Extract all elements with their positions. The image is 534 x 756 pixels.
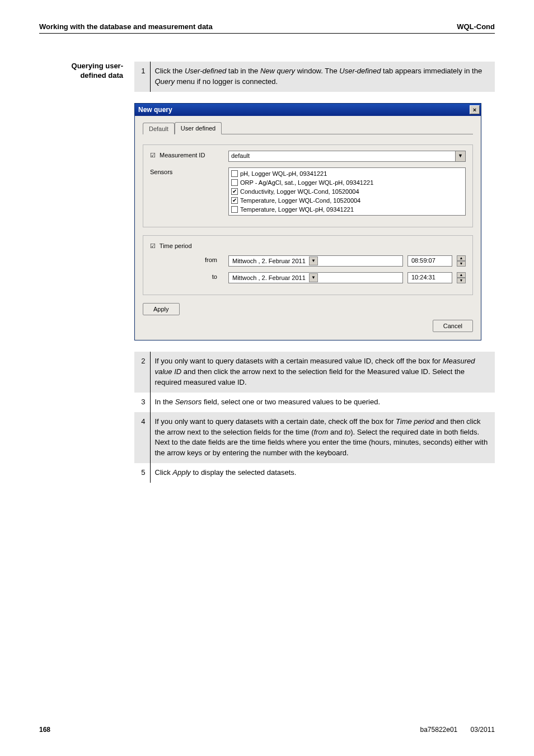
step-3-number: 3 — [134, 393, 150, 412]
t: Query — [155, 77, 175, 86]
step-5-text: Click Apply to display the selected data… — [150, 463, 495, 483]
t: pH, Logger WQL-pH, 09341221 — [240, 169, 327, 178]
measurement-group: ☑ Measurement ID default ▼ Sensors — [143, 144, 473, 227]
list-item[interactable]: ORP - Ag/AgCl, sat., Logger WQL-pH, 0934… — [231, 178, 463, 187]
page-number: 168 — [39, 726, 50, 734]
arrow-up-icon[interactable]: ▲ — [457, 272, 466, 278]
t: User-defined — [339, 67, 381, 75]
side-heading: Querying user- defined data — [39, 62, 123, 494]
sensors-label: Sensors — [150, 167, 228, 175]
t: Mittwoch , 2. Februar 2011 — [232, 274, 306, 281]
to-date-field[interactable]: Mittwoch , 2. Februar 2011 ▼ — [228, 272, 403, 283]
tab-default[interactable]: Default — [143, 123, 175, 134]
step-1-block: 1 Click the User-defined tab in the New … — [134, 62, 495, 92]
checkbox-icon[interactable] — [231, 179, 238, 186]
t: Measurement ID — [160, 152, 205, 158]
dialog-title: New query — [138, 106, 172, 114]
steps-2-5: 2 If you only want to query datasets wit… — [134, 352, 495, 483]
doc-date: 03/2011 — [471, 726, 495, 734]
tabstrip: Default User defined — [143, 122, 473, 134]
t: and — [328, 428, 344, 436]
timeperiod-group: ☑ Time period from Mittwoch , 2. Februar… — [143, 235, 473, 296]
t: Click the — [155, 67, 185, 75]
arrow-down-icon[interactable]: ▼ — [457, 278, 466, 283]
apply-row: Apply — [143, 303, 473, 315]
tab-user-defined[interactable]: User defined — [175, 122, 222, 134]
list-item[interactable]: Temperature, Logger WQL-pH, 09341221 — [231, 205, 463, 214]
running-header: Working with the database and measuremen… — [39, 22, 495, 34]
measurement-id-checkbox[interactable]: ☑ — [150, 152, 156, 158]
from-time-spinner[interactable]: ▲▼ — [457, 255, 466, 267]
new-query-dialog: New query × Default User defined ☑ Measu… — [134, 103, 481, 341]
dialog-titlebar: New query × — [135, 104, 481, 116]
from-label: from — [150, 255, 228, 263]
checkbox-icon[interactable]: ✔ — [231, 197, 238, 204]
t: field, select one or two measured values… — [202, 398, 380, 406]
step-2-number: 2 — [134, 352, 150, 393]
doc-id: ba75822e01 — [420, 726, 458, 734]
list-item[interactable]: pH, Logger WQL-pH, 09341221 — [231, 169, 463, 178]
side-heading-l1: Querying user- — [72, 62, 123, 70]
t: Temperature, Logger WQL-Cond, 10520004 — [240, 196, 360, 205]
t: Mittwoch , 2. Februar 2011 — [232, 258, 306, 264]
measurement-id-combo[interactable]: default ▼ — [228, 151, 466, 162]
step-3-text: In the Sensors field, select one or two … — [150, 393, 495, 412]
t: User-defined — [185, 67, 226, 75]
t: New query — [260, 67, 295, 75]
step-5-number: 5 — [134, 463, 150, 483]
to-time-spinner[interactable]: ▲▼ — [457, 272, 466, 283]
t: tab in the — [226, 67, 260, 75]
t: Apply — [172, 468, 191, 477]
header-left: Working with the database and measuremen… — [39, 22, 213, 31]
chevron-down-icon[interactable]: ▼ — [456, 151, 466, 162]
list-item[interactable]: ✔Conductivity, Logger WQL-Cond, 10520004 — [231, 187, 463, 196]
timeperiod-checkbox[interactable]: ☑ — [150, 242, 156, 249]
t: menu if no logger is connected. — [175, 77, 278, 86]
t: to display the selected datasets. — [191, 468, 297, 477]
list-item[interactable]: ✔Temperature, Logger WQL-Cond, 10520004 — [231, 196, 463, 205]
t: ORP - Ag/AgCl, sat., Logger WQL-pH, 0934… — [240, 178, 373, 187]
sensors-list[interactable]: pH, Logger WQL-pH, 09341221 ORP - Ag/AgC… — [228, 167, 466, 216]
t: from — [313, 428, 328, 436]
page-footer: 168 ba75822e01 03/2011 — [39, 726, 495, 734]
to-time-field[interactable]: 10:24:31 — [407, 272, 452, 283]
t: Time period — [160, 242, 192, 249]
step-2-text: If you only want to query datasets with … — [150, 352, 495, 393]
cancel-button[interactable]: Cancel — [433, 320, 473, 332]
arrow-down-icon[interactable]: ▼ — [457, 261, 466, 267]
step-4-number: 4 — [134, 412, 150, 463]
t: Temperature, Logger WQL-pH, 09341221 — [240, 205, 354, 214]
step-1-number: 1 — [134, 62, 150, 92]
arrow-up-icon[interactable]: ▲ — [457, 255, 466, 261]
close-icon[interactable]: × — [470, 105, 480, 114]
side-heading-l2: defined data — [80, 71, 123, 80]
t: Time period — [396, 417, 434, 426]
t: tab appears immediately in the — [381, 67, 483, 75]
step-1-text: Click the User-defined tab in the New qu… — [150, 62, 495, 92]
measurement-id-label: ☑ Measurement ID — [150, 151, 228, 160]
header-right: WQL-Cond — [457, 22, 495, 31]
checkbox-icon[interactable] — [231, 170, 238, 177]
t: and then click the arrow next to the sel… — [155, 367, 465, 386]
t: If you only want to query datasets with … — [155, 417, 396, 426]
timeperiod-label: ☑ Time period — [150, 241, 228, 250]
chevron-down-icon[interactable]: ▼ — [309, 256, 318, 265]
t: In the — [155, 398, 175, 406]
checkbox-icon[interactable] — [231, 206, 238, 213]
measurement-id-value[interactable]: default — [228, 151, 456, 162]
step-4-text: If you only want to query datasets with … — [150, 412, 495, 463]
t: Sensors — [175, 398, 202, 406]
to-label: to — [150, 272, 228, 280]
t: Click — [155, 468, 173, 477]
t: Conductivity, Logger WQL-Cond, 10520004 — [240, 187, 359, 196]
from-date-field[interactable]: Mittwoch , 2. Februar 2011 ▼ — [228, 255, 403, 267]
from-time-field[interactable]: 08:59:07 — [407, 255, 452, 267]
t: to — [344, 428, 350, 436]
t: window. The — [295, 67, 339, 75]
checkbox-icon[interactable]: ✔ — [231, 188, 238, 195]
apply-button[interactable]: Apply — [143, 303, 180, 315]
t: If you only want to query datasets with … — [155, 357, 443, 365]
chevron-down-icon[interactable]: ▼ — [309, 273, 318, 282]
